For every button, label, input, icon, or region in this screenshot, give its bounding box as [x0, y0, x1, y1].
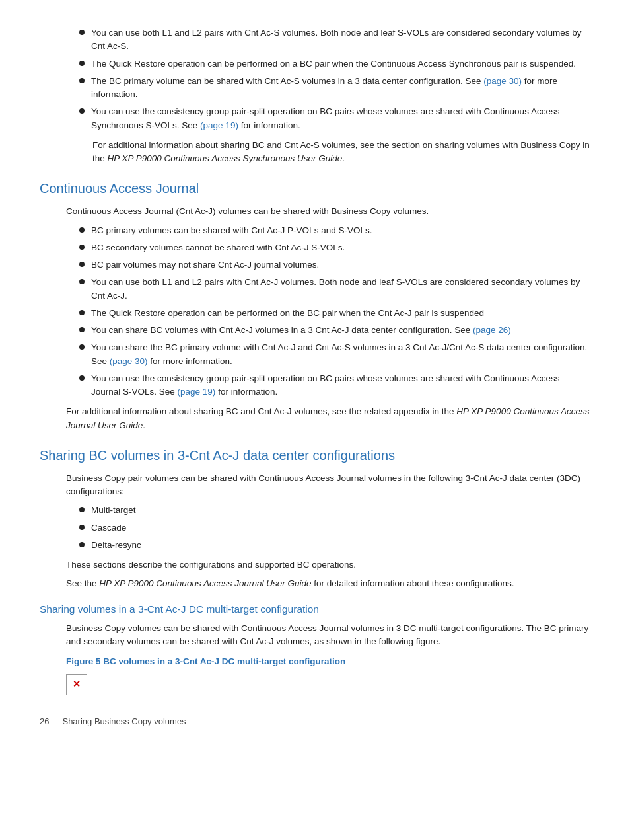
page-number: 26: [40, 715, 49, 728]
top-bullet-list: You can use both L1 and L2 pairs with Cn…: [79, 26, 590, 132]
bullet-text: BC primary volumes can be shared with Cn…: [91, 224, 590, 237]
list-item: The Quick Restore operation can be perfo…: [79, 307, 590, 320]
bullet-icon: [79, 108, 85, 114]
bullet-text: BC secondary volumes cannot be shared wi…: [91, 241, 590, 254]
page30-link[interactable]: (page 30): [483, 76, 522, 86]
page19-link[interactable]: (page 19): [200, 120, 238, 130]
bullet-text: You can share BC volumes with Cnt Ac-J v…: [91, 324, 590, 337]
page-footer: 26 Sharing Business Copy volumes: [40, 715, 590, 728]
list-item: BC secondary volumes cannot be shared wi…: [79, 241, 590, 254]
bullet-icon: [79, 227, 85, 233]
bullet-icon: [79, 327, 85, 332]
list-item: You can use the consistency group pair-s…: [79, 372, 590, 399]
list-item: Delta-resync: [79, 539, 590, 552]
bullet-text: BC pair volumes may not share Cnt Ac-J j…: [91, 258, 590, 272]
list-item: You can share the BC primary volume with…: [79, 341, 590, 368]
bullet-icon: [79, 310, 85, 315]
bullet-icon: [79, 262, 85, 267]
bullet-text: You can use the consistency group pair-s…: [91, 372, 590, 399]
bullet-icon: [79, 78, 85, 83]
list-item: You can share BC volumes with Cnt Ac-J v…: [79, 324, 590, 337]
list-item: BC primary volumes can be shared with Cn…: [79, 224, 590, 237]
page26-link[interactable]: (page 26): [473, 325, 511, 335]
bullet-icon: [79, 542, 85, 547]
figure-caption: Figure 5 BC volumes in a 3-Cnt Ac-J DC m…: [66, 655, 590, 668]
bullet-icon: [79, 375, 85, 381]
bullet-text: You can use the consistency group pair-s…: [91, 105, 590, 132]
page19b-link[interactable]: (page 19): [178, 387, 216, 397]
bullet-text: Cascade: [91, 521, 590, 535]
section1-intro: Continuous Access Journal (Cnt Ac-J) vol…: [66, 205, 590, 218]
bullet-icon: [79, 344, 85, 350]
bullet-text: The Quick Restore operation can be perfo…: [91, 307, 590, 320]
list-item: Multi-target: [79, 504, 590, 517]
bullet-icon: [79, 525, 85, 530]
broken-image-icon: ✕: [73, 677, 81, 691]
section2-intro: Business Copy pair volumes can be shared…: [66, 472, 590, 499]
bullet-text: Multi-target: [91, 504, 590, 517]
bullet-icon: [79, 61, 85, 66]
section2-bullet-list: Multi-target Cascade Delta-resync: [79, 504, 590, 552]
bullet-text: The BC primary volume can be shared with…: [91, 75, 590, 102]
bullet-text: The Quick Restore operation can be perfo…: [91, 57, 590, 71]
section3-heading: Sharing volumes in a 3-Cnt Ac-J DC multi…: [40, 601, 590, 617]
section1-heading: Continuous Access Journal: [40, 178, 590, 198]
list-item: Cascade: [79, 521, 590, 535]
bullet-text: You can use both L1 and L2 pairs with Cn…: [91, 26, 590, 54]
footer-text: Sharing Business Copy volumes: [62, 715, 186, 728]
top-bullet-section: You can use both L1 and L2 pairs with Cn…: [40, 26, 590, 165]
section2-content: Business Copy pair volumes can be shared…: [40, 472, 590, 591]
bullet-text: Delta-resync: [91, 539, 590, 552]
list-item: You can use both L1 and L2 pairs with Cn…: [79, 276, 590, 303]
bullet-icon: [79, 30, 85, 35]
figure-image-placeholder: ✕: [66, 674, 87, 695]
section2-heading: Sharing BC volumes in 3-Cnt Ac-J data ce…: [40, 445, 590, 465]
section1-content: Continuous Access Journal (Cnt Ac-J) vol…: [40, 205, 590, 432]
list-item: BC pair volumes may not share Cnt Ac-J j…: [79, 258, 590, 272]
section-sharing-volumes-multitarget: Sharing volumes in a 3-Cnt Ac-J DC multi…: [40, 601, 590, 695]
section2-para1: These sections describe the configuratio…: [66, 558, 590, 572]
bullet-icon: [79, 507, 85, 512]
list-item: You can use the consistency group pair-s…: [79, 105, 590, 132]
section3-content: Business Copy volumes can be shared with…: [40, 622, 590, 695]
list-item: The BC primary volume can be shared with…: [79, 75, 590, 102]
section2-para2: See the HP XP P9000 Continuous Access Jo…: [66, 577, 590, 590]
section1-footer-para: For additional information about sharing…: [66, 405, 590, 432]
bullet-text: You can share the BC primary volume with…: [91, 341, 590, 368]
bullet-icon: [79, 279, 85, 284]
section-sharing-bc-volumes: Sharing BC volumes in 3-Cnt Ac-J data ce…: [40, 445, 590, 591]
bullet-text: You can use both L1 and L2 pairs with Cn…: [91, 276, 590, 303]
page30b-link[interactable]: (page 30): [110, 356, 148, 366]
top-para: For additional information about sharing…: [66, 139, 590, 166]
list-item: You can use both L1 and L2 pairs with Cn…: [79, 26, 590, 54]
section-continuous-access-journal: Continuous Access Journal Continuous Acc…: [40, 178, 590, 432]
section1-bullet-list: BC primary volumes can be shared with Cn…: [79, 224, 590, 399]
section3-para1: Business Copy volumes can be shared with…: [66, 622, 590, 649]
bullet-icon: [79, 245, 85, 250]
list-item: The Quick Restore operation can be perfo…: [79, 57, 590, 71]
